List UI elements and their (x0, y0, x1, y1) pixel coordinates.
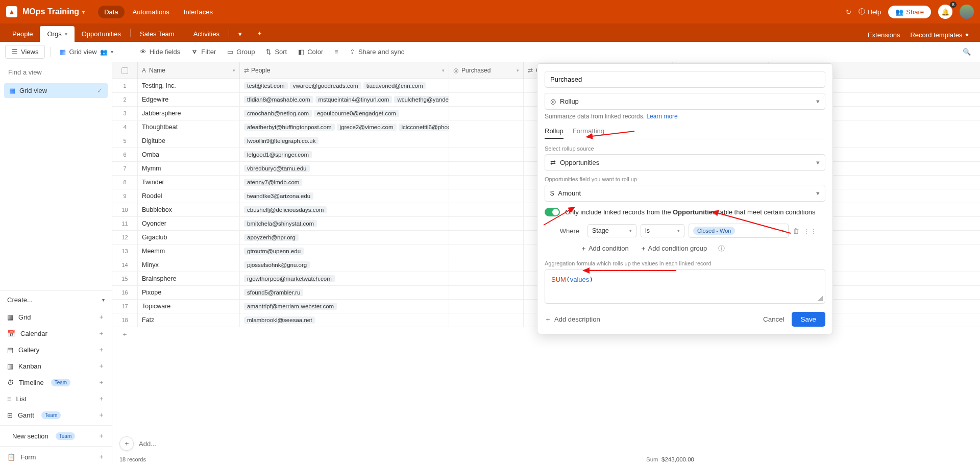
hide-fields-button[interactable]: 👁Hide fields (136, 45, 185, 58)
select-all-header[interactable] (112, 62, 138, 79)
add-description-button[interactable]: ＋ Add description (545, 315, 600, 324)
tab-people[interactable]: People (5, 26, 40, 42)
tab-orgs[interactable]: Orgs ▾ (40, 26, 74, 42)
create-item-kanban[interactable]: ▥Kanban＋ (0, 358, 112, 374)
create-item-calendar[interactable]: 📅Calendar＋ (0, 325, 112, 341)
add-condition-group-button[interactable]: ＋ Add condition group (640, 244, 707, 253)
cell-people[interactable]: lwoollin9@telegraph.co.uk (240, 134, 449, 148)
tab-rollup-config[interactable]: Rollup (545, 127, 564, 139)
row-number[interactable]: 1 (112, 79, 138, 92)
notifications-button[interactable]: 🔔 8 (938, 5, 952, 19)
create-item-gantt[interactable]: ⊞GanttTeam＋ (0, 407, 112, 423)
group-button[interactable]: ▭Group (223, 45, 259, 58)
tab-sales-team[interactable]: Sales Team (133, 26, 182, 42)
column-people[interactable]: ⇄People▾ (240, 62, 449, 79)
cell-people[interactable]: lelgood1@springer.com (240, 148, 449, 161)
add-table-button[interactable]: ＋ (249, 25, 270, 42)
add-condition-button[interactable]: ＋ Add condition (580, 244, 629, 253)
cell-people[interactable]: apoyzerh@npr.org (240, 231, 449, 244)
linked-record-chip[interactable]: mlambrookl@seesaa.net (244, 316, 315, 324)
linked-record-chip[interactable]: afeatherbyi@huffingtonpost.com (244, 124, 335, 131)
cell-name[interactable]: Digitube (138, 134, 240, 148)
app-logo[interactable]: ▲ (6, 6, 17, 17)
linked-record-chip[interactable]: tiacavoned@cnn.com (363, 82, 426, 89)
linked-record-chip[interactable]: icicconettii6@phoca.cz (399, 124, 449, 131)
cell-people[interactable]: cbushellj@deliciousdays.com (240, 203, 449, 216)
linked-record-chip[interactable]: amantripf@merriam-webster.com (244, 303, 337, 310)
cell-people[interactable]: gtroutm@upenn.edu (240, 244, 449, 258)
cell-purchased[interactable] (449, 217, 524, 230)
cancel-button[interactable]: Cancel (756, 312, 792, 327)
cell-purchased[interactable] (449, 203, 524, 216)
condition-operator-select[interactable]: is▾ (641, 224, 684, 237)
learn-more-link[interactable]: Learn more (646, 113, 677, 120)
create-item-grid[interactable]: ▦Grid＋ (0, 309, 112, 325)
row-number[interactable]: 4 (112, 120, 138, 134)
cell-purchased[interactable] (449, 107, 524, 120)
row-number[interactable]: 13 (112, 244, 138, 258)
cell-purchased[interactable] (449, 176, 524, 189)
cell-name[interactable]: Testing, Inc. (138, 79, 240, 92)
row-number[interactable]: 10 (112, 203, 138, 216)
cell-purchased[interactable] (449, 148, 524, 161)
cell-name[interactable]: Fatz (138, 313, 240, 327)
create-item-form[interactable]: 📋Form＋ (0, 449, 112, 465)
linked-record-chip[interactable]: lwoollin9@telegraph.co.uk (244, 137, 318, 144)
cell-name[interactable]: Mymm (138, 162, 240, 175)
cell-people[interactable]: twandtke3@arizona.edu (240, 189, 449, 203)
field-type-select[interactable]: ◎ Rollup ▾ (545, 93, 825, 110)
cell-people[interactable]: mlambrookl@seesaa.net (240, 313, 449, 327)
color-button[interactable]: ◧Color (294, 45, 327, 58)
cell-people[interactable]: atenny7@imdb.com (240, 176, 449, 189)
linked-record-chip[interactable]: jgrece2@vimeo.com (337, 124, 397, 131)
cell-purchased[interactable] (449, 120, 524, 134)
find-view-input[interactable] (6, 66, 106, 78)
base-name-menu[interactable]: MOps Training ▾ (22, 7, 85, 16)
cell-name[interactable]: Edgewire (138, 93, 240, 106)
cell-people[interactable]: vbredburyc@tamu.edu (240, 162, 449, 175)
summary-bar[interactable]: Sum $243,000.00 (646, 456, 694, 462)
linked-record-chip[interactable]: egoulbourne0@engadget.com (314, 110, 399, 117)
cell-purchased[interactable] (449, 134, 524, 148)
row-number[interactable]: 15 (112, 272, 138, 285)
linked-record-chip[interactable]: tfidian8@mashable.com (244, 96, 313, 103)
cell-name[interactable]: Roodel (138, 189, 240, 203)
cell-people[interactable]: sfound5@rambler.ru (240, 286, 449, 299)
filter-button[interactable]: ⛛Filter (187, 45, 220, 58)
cell-purchased[interactable] (449, 286, 524, 299)
linked-record-chip[interactable]: vbredburyc@tamu.edu (244, 165, 310, 172)
delete-condition-button[interactable]: 🗑 (793, 227, 799, 235)
help-icon[interactable]: ⓘ (718, 244, 725, 253)
row-number[interactable]: 7 (112, 162, 138, 175)
row-number[interactable]: 5 (112, 134, 138, 148)
cell-name[interactable]: Thoughtbeat (138, 120, 240, 134)
cell-purchased[interactable] (449, 300, 524, 313)
linked-record-chip[interactable]: test@test.com (244, 82, 288, 89)
condition-toggle[interactable] (545, 208, 560, 216)
cell-purchased[interactable] (449, 258, 524, 272)
resize-handle[interactable] (818, 296, 823, 301)
cell-people[interactable]: pjosselsohnk@gnu.org (240, 258, 449, 272)
save-button[interactable]: Save (792, 312, 825, 327)
row-number[interactable]: 11 (112, 217, 138, 230)
create-item-new-section[interactable]: New sectionTeam＋ (0, 428, 112, 444)
row-number[interactable]: 9 (112, 189, 138, 203)
tab-opportunities[interactable]: Opportunities (75, 26, 128, 42)
row-number[interactable]: 6 (112, 148, 138, 161)
cell-name[interactable]: Meemm (138, 244, 240, 258)
extensions-link[interactable]: Extensions (868, 31, 900, 39)
linked-record-chip[interactable]: gtroutm@upenn.edu (244, 248, 304, 255)
field-name-input[interactable] (545, 71, 825, 88)
linked-record-chip[interactable]: vwaree@goodreads.com (290, 82, 361, 89)
rollup-field-select[interactable]: $ Amount ▾ (545, 185, 825, 202)
row-number[interactable]: 12 (112, 231, 138, 244)
user-avatar[interactable] (960, 5, 974, 19)
cell-name[interactable]: Bubblebox (138, 203, 240, 216)
linked-record-chip[interactable]: pjosselsohnk@gnu.org (244, 261, 310, 268)
cell-name[interactable]: Pixope (138, 286, 240, 299)
linked-record-chip[interactable]: mstqueintain4@tinyurl.com (315, 96, 393, 103)
drag-handle-icon[interactable]: ⋮⋮ (803, 227, 817, 235)
history-icon[interactable]: ↻ (846, 8, 851, 16)
cell-name[interactable]: Minyx (138, 258, 240, 272)
linked-record-chip[interactable]: wculchethg@yandex.ru (394, 96, 449, 103)
